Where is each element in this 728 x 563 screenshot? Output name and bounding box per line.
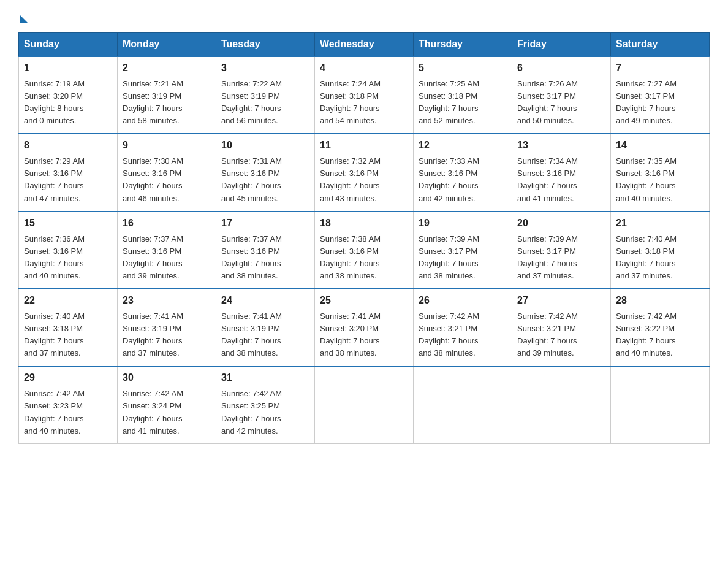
calendar-cell: 21Sunrise: 7:40 AMSunset: 3:18 PMDayligh… [611, 212, 710, 289]
calendar-cell: 1Sunrise: 7:19 AMSunset: 3:20 PMDaylight… [19, 56, 118, 134]
weekday-header-sunday: Sunday [19, 33, 118, 57]
calendar-week-row: 8Sunrise: 7:29 AMSunset: 3:16 PMDaylight… [19, 134, 710, 211]
day-info: Sunrise: 7:33 AMSunset: 3:16 PMDaylight:… [419, 156, 479, 202]
day-number: 30 [123, 370, 211, 386]
calendar-cell [512, 366, 611, 443]
day-number: 25 [320, 293, 408, 308]
calendar-cell: 24Sunrise: 7:41 AMSunset: 3:19 PMDayligh… [216, 289, 315, 366]
day-number: 21 [616, 216, 704, 231]
calendar-cell: 31Sunrise: 7:42 AMSunset: 3:25 PMDayligh… [216, 366, 315, 443]
weekday-header-row: SundayMondayTuesdayWednesdayThursdayFrid… [19, 33, 710, 57]
day-number: 22 [24, 293, 112, 308]
day-number: 6 [517, 61, 605, 76]
day-info: Sunrise: 7:41 AMSunset: 3:19 PMDaylight:… [123, 312, 183, 358]
weekday-header-monday: Monday [118, 33, 216, 57]
day-number: 26 [419, 293, 507, 308]
day-info: Sunrise: 7:42 AMSunset: 3:24 PMDaylight:… [123, 389, 183, 435]
calendar-cell: 7Sunrise: 7:27 AMSunset: 3:17 PMDaylight… [611, 56, 710, 134]
day-number: 23 [123, 293, 211, 308]
day-number: 13 [517, 138, 605, 153]
day-number: 17 [221, 216, 309, 231]
logo [18, 12, 28, 21]
calendar-cell [414, 366, 512, 443]
day-info: Sunrise: 7:34 AMSunset: 3:16 PMDaylight:… [517, 156, 578, 202]
calendar-cell: 11Sunrise: 7:32 AMSunset: 3:16 PMDayligh… [315, 134, 414, 211]
calendar-week-row: 15Sunrise: 7:36 AMSunset: 3:16 PMDayligh… [19, 212, 710, 289]
day-info: Sunrise: 7:41 AMSunset: 3:20 PMDaylight:… [320, 312, 381, 358]
day-number: 15 [24, 216, 112, 231]
day-info: Sunrise: 7:24 AMSunset: 3:18 PMDaylight:… [320, 79, 381, 125]
logo-arrow-icon [20, 15, 28, 23]
calendar-cell [611, 366, 710, 443]
day-number: 28 [616, 293, 704, 308]
weekday-header-friday: Friday [512, 33, 611, 57]
day-number: 18 [320, 216, 408, 231]
day-number: 7 [616, 61, 704, 76]
calendar-cell: 23Sunrise: 7:41 AMSunset: 3:19 PMDayligh… [118, 289, 216, 366]
calendar-cell: 18Sunrise: 7:38 AMSunset: 3:16 PMDayligh… [315, 212, 414, 289]
day-number: 4 [320, 61, 408, 76]
calendar-cell: 4Sunrise: 7:24 AMSunset: 3:18 PMDaylight… [315, 56, 414, 134]
weekday-header-tuesday: Tuesday [216, 33, 315, 57]
calendar-cell: 26Sunrise: 7:42 AMSunset: 3:21 PMDayligh… [414, 289, 512, 366]
day-info: Sunrise: 7:39 AMSunset: 3:17 PMDaylight:… [419, 234, 479, 280]
page-header [18, 12, 710, 21]
day-number: 19 [419, 216, 507, 231]
weekday-header-saturday: Saturday [611, 33, 710, 57]
day-number: 5 [419, 61, 507, 76]
day-number: 3 [221, 61, 309, 76]
day-info: Sunrise: 7:40 AMSunset: 3:18 PMDaylight:… [616, 234, 677, 280]
day-number: 11 [320, 138, 408, 153]
calendar-cell: 17Sunrise: 7:37 AMSunset: 3:16 PMDayligh… [216, 212, 315, 289]
day-number: 29 [24, 370, 112, 386]
day-info: Sunrise: 7:26 AMSunset: 3:17 PMDaylight:… [517, 79, 578, 125]
day-number: 10 [221, 138, 309, 153]
day-info: Sunrise: 7:41 AMSunset: 3:19 PMDaylight:… [221, 312, 282, 358]
day-number: 27 [517, 293, 605, 308]
calendar-cell: 2Sunrise: 7:21 AMSunset: 3:19 PMDaylight… [118, 56, 216, 134]
calendar-cell: 22Sunrise: 7:40 AMSunset: 3:18 PMDayligh… [19, 289, 118, 366]
day-info: Sunrise: 7:37 AMSunset: 3:16 PMDaylight:… [123, 234, 183, 280]
day-info: Sunrise: 7:31 AMSunset: 3:16 PMDaylight:… [221, 156, 282, 202]
day-info: Sunrise: 7:42 AMSunset: 3:21 PMDaylight:… [517, 312, 578, 358]
calendar-cell: 5Sunrise: 7:25 AMSunset: 3:18 PMDaylight… [414, 56, 512, 134]
day-info: Sunrise: 7:42 AMSunset: 3:23 PMDaylight:… [24, 389, 85, 435]
day-info: Sunrise: 7:35 AMSunset: 3:16 PMDaylight:… [616, 156, 677, 202]
calendar-cell: 20Sunrise: 7:39 AMSunset: 3:17 PMDayligh… [512, 212, 611, 289]
day-number: 12 [419, 138, 507, 153]
calendar-cell: 15Sunrise: 7:36 AMSunset: 3:16 PMDayligh… [19, 212, 118, 289]
day-info: Sunrise: 7:38 AMSunset: 3:16 PMDaylight:… [320, 234, 381, 280]
calendar-week-row: 22Sunrise: 7:40 AMSunset: 3:18 PMDayligh… [19, 289, 710, 366]
weekday-header-wednesday: Wednesday [315, 33, 414, 57]
calendar-cell [315, 366, 414, 443]
day-info: Sunrise: 7:42 AMSunset: 3:21 PMDaylight:… [419, 312, 479, 358]
calendar-cell: 25Sunrise: 7:41 AMSunset: 3:20 PMDayligh… [315, 289, 414, 366]
day-number: 1 [24, 61, 112, 76]
day-number: 2 [123, 61, 211, 76]
day-info: Sunrise: 7:25 AMSunset: 3:18 PMDaylight:… [419, 79, 479, 125]
day-number: 16 [123, 216, 211, 231]
day-number: 8 [24, 138, 112, 153]
calendar-cell: 19Sunrise: 7:39 AMSunset: 3:17 PMDayligh… [414, 212, 512, 289]
day-number: 20 [517, 216, 605, 231]
day-number: 9 [123, 138, 211, 153]
calendar-cell: 30Sunrise: 7:42 AMSunset: 3:24 PMDayligh… [118, 366, 216, 443]
calendar-cell: 12Sunrise: 7:33 AMSunset: 3:16 PMDayligh… [414, 134, 512, 211]
day-info: Sunrise: 7:19 AMSunset: 3:20 PMDaylight:… [24, 79, 85, 125]
day-info: Sunrise: 7:42 AMSunset: 3:25 PMDaylight:… [221, 389, 282, 435]
day-info: Sunrise: 7:27 AMSunset: 3:17 PMDaylight:… [616, 79, 677, 125]
calendar-cell: 29Sunrise: 7:42 AMSunset: 3:23 PMDayligh… [19, 366, 118, 443]
day-info: Sunrise: 7:22 AMSunset: 3:19 PMDaylight:… [221, 79, 282, 125]
day-info: Sunrise: 7:32 AMSunset: 3:16 PMDaylight:… [320, 156, 381, 202]
calendar-cell: 27Sunrise: 7:42 AMSunset: 3:21 PMDayligh… [512, 289, 611, 366]
calendar-cell: 6Sunrise: 7:26 AMSunset: 3:17 PMDaylight… [512, 56, 611, 134]
day-info: Sunrise: 7:37 AMSunset: 3:16 PMDaylight:… [221, 234, 282, 280]
day-number: 14 [616, 138, 704, 153]
day-info: Sunrise: 7:42 AMSunset: 3:22 PMDaylight:… [616, 312, 677, 358]
day-info: Sunrise: 7:36 AMSunset: 3:16 PMDaylight:… [24, 234, 85, 280]
calendar-cell: 10Sunrise: 7:31 AMSunset: 3:16 PMDayligh… [216, 134, 315, 211]
weekday-header-thursday: Thursday [414, 33, 512, 57]
calendar-cell: 8Sunrise: 7:29 AMSunset: 3:16 PMDaylight… [19, 134, 118, 211]
calendar-week-row: 29Sunrise: 7:42 AMSunset: 3:23 PMDayligh… [19, 366, 710, 443]
day-number: 24 [221, 293, 309, 308]
